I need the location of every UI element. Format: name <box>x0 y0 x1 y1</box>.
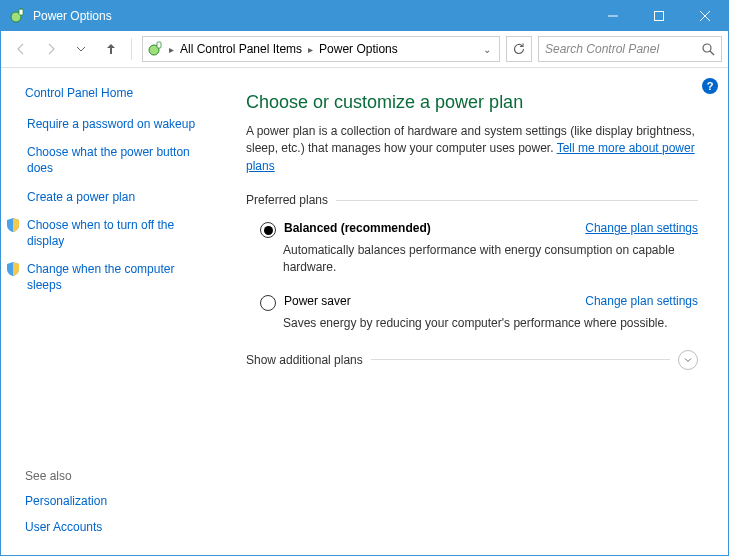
forward-button[interactable] <box>37 35 65 63</box>
content-area: ? Control Panel Home Require a password … <box>1 68 728 555</box>
page-title: Choose or customize a power plan <box>246 92 698 113</box>
sidebar-link-create-plan[interactable]: Create a power plan <box>25 189 210 205</box>
breadcrumb-seg-all-items[interactable]: All Control Panel Items <box>176 42 306 56</box>
change-plan-settings-power-saver[interactable]: Change plan settings <box>585 294 698 308</box>
search-placeholder: Search Control Panel <box>545 42 702 56</box>
breadcrumb[interactable]: ▸ All Control Panel Items ▸ Power Option… <box>142 36 500 62</box>
divider <box>336 200 698 201</box>
titlebar: Power Options <box>1 1 728 31</box>
back-button[interactable] <box>7 35 35 63</box>
see-also-link-label: Personalization <box>25 493 107 509</box>
see-also-link-label: User Accounts <box>25 519 102 535</box>
plan-name-power-saver[interactable]: Power saver <box>284 294 351 308</box>
app-icon <box>9 8 25 24</box>
plan-desc-power-saver: Saves energy by reducing your computer's… <box>283 315 698 332</box>
see-also-label: See also <box>25 469 210 483</box>
divider <box>371 359 670 360</box>
shield-icon <box>5 261 21 277</box>
recent-dropdown[interactable] <box>67 35 95 63</box>
breadcrumb-icon <box>147 41 163 57</box>
nav-separator <box>131 38 132 60</box>
shield-icon <box>5 217 21 233</box>
chevron-right-icon[interactable]: ▸ <box>306 44 315 55</box>
plan-balanced: Balanced (recommended) Change plan setti… <box>260 221 698 276</box>
sidebar-link-label: Create a power plan <box>27 189 135 205</box>
svg-rect-8 <box>157 42 161 48</box>
sidebar: Control Panel Home Require a password on… <box>1 68 216 555</box>
see-also-user-accounts[interactable]: User Accounts <box>25 519 210 535</box>
control-panel-home-link[interactable]: Control Panel Home <box>25 86 210 100</box>
preferred-plans-label: Preferred plans <box>246 193 328 207</box>
sidebar-link-require-password[interactable]: Require a password on wakeup <box>25 116 210 132</box>
close-button[interactable] <box>682 1 728 31</box>
minimize-button[interactable] <box>590 1 636 31</box>
chevron-right-icon[interactable]: ▸ <box>167 44 176 55</box>
window-title: Power Options <box>33 9 590 23</box>
plan-radio-power-saver[interactable] <box>260 295 276 311</box>
see-also-personalization[interactable]: Personalization <box>25 493 210 509</box>
plan-desc-balanced: Automatically balances performance with … <box>283 242 698 276</box>
preferred-plans-header: Preferred plans <box>246 193 698 207</box>
svg-line-10 <box>710 51 714 55</box>
page-description: A power plan is a collection of hardware… <box>246 123 698 175</box>
search-icon <box>702 43 715 56</box>
breadcrumb-seg-power-options[interactable]: Power Options <box>315 42 402 56</box>
svg-rect-4 <box>655 12 664 21</box>
navbar: ▸ All Control Panel Items ▸ Power Option… <box>1 31 728 68</box>
plan-name-balanced[interactable]: Balanced (recommended) <box>284 221 431 235</box>
additional-plans-label: Show additional plans <box>246 353 363 367</box>
expand-additional-plans-button[interactable] <box>678 350 698 370</box>
change-plan-settings-balanced[interactable]: Change plan settings <box>585 221 698 235</box>
sidebar-link-computer-sleeps[interactable]: Change when the computer sleeps <box>25 261 210 293</box>
sidebar-link-power-button[interactable]: Choose what the power button does <box>25 144 210 176</box>
sidebar-link-label: Choose what the power button does <box>27 144 210 176</box>
search-input[interactable]: Search Control Panel <box>538 36 722 62</box>
plan-radio-balanced[interactable] <box>260 222 276 238</box>
sidebar-link-label: Require a password on wakeup <box>27 116 195 132</box>
svg-point-9 <box>703 44 711 52</box>
help-icon[interactable]: ? <box>702 78 718 94</box>
refresh-button[interactable] <box>506 36 532 62</box>
sidebar-link-turn-off-display[interactable]: Choose when to turn off the display <box>25 217 210 249</box>
plan-power-saver: Power saver Change plan settings Saves e… <box>260 294 698 332</box>
sidebar-link-label: Change when the computer sleeps <box>27 261 210 293</box>
main-panel: Choose or customize a power plan A power… <box>216 68 728 555</box>
maximize-button[interactable] <box>636 1 682 31</box>
window: Power Options <box>0 0 729 556</box>
breadcrumb-history-dropdown[interactable]: ⌄ <box>479 44 495 55</box>
additional-plans-header[interactable]: Show additional plans <box>246 350 698 370</box>
sidebar-link-label: Choose when to turn off the display <box>27 217 210 249</box>
up-button[interactable] <box>97 35 125 63</box>
